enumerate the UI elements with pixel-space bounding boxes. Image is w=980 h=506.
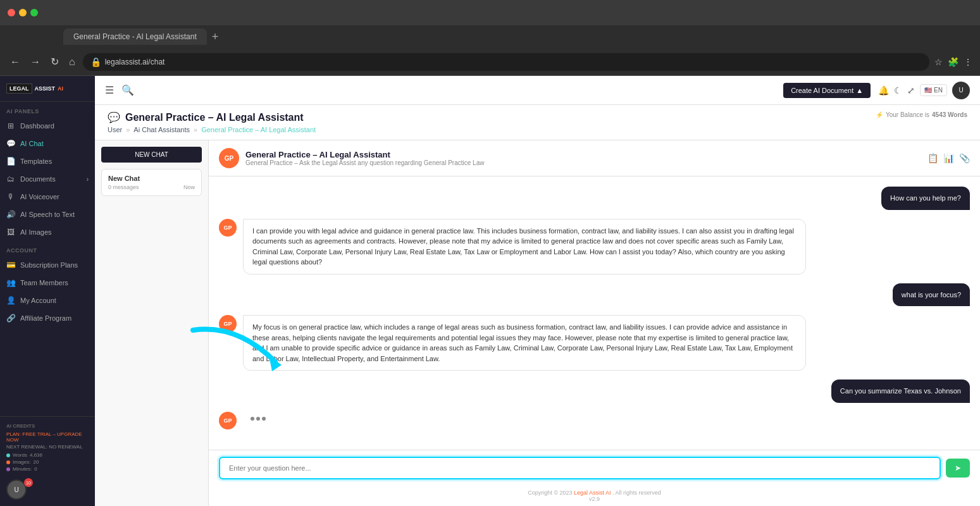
chat-attach-icon[interactable]: 📎 [959,153,970,163]
renewal-line: NEXT RENEWAL: NO RENEWAL [6,444,89,450]
create-btn-label: Create AI Document [791,87,853,94]
sidebar-item-affiliate[interactable]: 🔗 Affiliate Program [0,309,95,327]
sidebar-label-dashboard: Dashboard [20,122,54,130]
typing-indicator [243,412,273,426]
chat-header-info: General Practice – AI Legal Assistant Ge… [245,150,921,166]
chat-chart-icon[interactable]: 📊 [943,153,954,163]
breadcrumb-user[interactable]: User [108,126,122,133]
refresh-button[interactable]: ↻ [48,53,61,70]
home-button[interactable]: ⌂ [66,54,78,70]
breadcrumb-sep1: » [126,126,130,133]
images-value: 20 [33,459,39,465]
bookmark-icon[interactable]: ☆ [934,57,943,67]
account-label: ACCOUNT [0,241,95,256]
new-chat-button[interactable]: NEW CHAT [101,147,202,163]
documents-arrow: › [87,176,89,183]
breadcrumb-ai-chat[interactable]: Ai Chat Assistants [133,126,190,133]
main-content: ☰ 🔍 Create AI Document ▲ 🔔 ☾ ⤢ 🇺🇸 EN U [95,76,980,506]
menu-icon[interactable]: ⋮ [964,57,972,67]
extension-icon[interactable]: 🧩 [948,57,958,67]
chat-time: Now [183,184,195,190]
chat-container: NEW CHAT New Chat 0 messages Now GP Gene… [95,140,980,506]
bot-message-bubble: I can provide you with legal advice and … [243,219,806,275]
sidebar-item-speech[interactable]: 🔊 AI Speech to Text [0,206,95,223]
renewal-label: NEXT RENEWAL: [6,444,47,450]
footer-brand-link[interactable]: Legal Assist AI [574,490,611,496]
sidebar-item-ai-chat[interactable]: 💬 AI Chat [0,135,95,152]
sidebar-label-account: My Account [20,297,56,304]
sidebar-item-voiceover[interactable]: 🎙 AI Voiceover [0,188,95,206]
logo-assist: ASSIST [35,85,56,92]
subscription-icon: 💳 [6,261,15,269]
sidebar-item-images[interactable]: 🖼 AI Images [0,223,95,241]
footer-version: v2.9 [589,496,600,502]
theme-icon[interactable]: ☾ [894,85,902,96]
back-button[interactable]: ← [8,54,23,70]
sidebar: LEGAL ASSIST AI AI PANELS ⊞ Dashboard 💬 … [0,76,95,506]
sidebar-label-affiliate: Affiliate Program [20,314,71,322]
message-row: what is your focus? [219,283,970,307]
speech-icon: 🔊 [6,210,15,219]
words-label: Words [13,452,27,458]
message-row: Can you summarize Texas vs. Johnson [219,379,970,403]
words-dot [6,454,10,457]
send-button[interactable]: ➤ [946,459,970,478]
user-message-bubble: How can you help me? [881,187,970,210]
sidebar-label-ai-chat: AI Chat [20,140,44,147]
active-tab[interactable]: General Practice - AI Legal Assistant [63,28,207,45]
sidebar-item-dashboard[interactable]: ⊞ Dashboard [0,117,95,135]
chat-input-field[interactable] [219,457,941,479]
images-label: Images: [13,459,30,465]
minutes-credits-row: Minutes: 0 [6,466,89,472]
tab-label: General Practice - AI Legal Assistant [73,32,197,41]
address-bar-row: ← → ↻ ⌂ 🔒 legalassist.ai/chat ☆ 🧩 ⋮ [0,48,980,76]
user-avatar-header[interactable]: U [952,82,970,99]
address-field[interactable]: 🔒 legalassist.ai/chat [83,53,929,71]
maximize-button[interactable] [30,9,38,16]
user-message-bubble: Can you summarize Texas vs. Johnson [831,379,970,403]
account-icon: 👤 [6,296,15,305]
chat-footer: Copyright © 2023 Legal Assist AI . All r… [209,486,980,506]
credits-label: AI CREDITS [6,423,89,429]
chat-panel-header: GP General Practice – AI Legal Assistant… [209,140,980,176]
sidebar-bottom: AI CREDITS PLAN: FREE TRIAL – UPGRADE NO… [0,416,95,506]
chat-messages-count: 0 messages [108,184,139,190]
breadcrumb: User » Ai Chat Assistants » General Prac… [108,126,316,133]
team-icon: 👥 [6,278,15,287]
new-tab-button[interactable]: + [212,30,219,44]
sidebar-item-documents[interactable]: 🗂 Documents › [0,170,95,188]
search-toggle-icon[interactable]: 🔍 [121,84,134,96]
page-title: 💬 General Practice – AI Legal Assistant [108,111,316,123]
create-document-button[interactable]: Create AI Document ▲ [783,83,871,98]
bot-message-bubble: My focus is on general practice law, whi… [243,315,806,371]
chat-bot-avatar: GP [219,148,239,168]
dashboard-icon: ⊞ [6,121,15,130]
sidebar-item-subscription[interactable]: 💳 Subscription Plans [0,256,95,274]
expand-icon[interactable]: ⤢ [907,85,915,96]
chat-panel-subtitle: General Practice – Ask the Legal Assist … [245,159,921,166]
sidebar-item-team[interactable]: 👥 Team Members [0,274,95,292]
close-button[interactable] [8,9,15,16]
chat-messages-area: How can you help me? GP I can provide yo… [209,176,980,450]
sidebar-item-account[interactable]: 👤 My Account [0,292,95,309]
chat-list-item[interactable]: New Chat 0 messages Now [101,169,202,196]
create-btn-arrow: ▲ [856,87,863,94]
bell-icon[interactable]: 🔔 [878,85,889,96]
sidebar-label-team: Team Members [20,279,68,287]
logo-ai: AI [58,85,63,92]
bot-avatar-typing: GP [219,412,237,429]
menu-toggle-icon[interactable]: ☰ [105,84,114,96]
sidebar-label-subscription: Subscription Plans [20,261,78,269]
forward-button[interactable]: → [28,54,43,70]
chat-clipboard-icon[interactable]: 📋 [927,153,938,163]
avatar-initials: U [8,481,25,498]
minimize-button[interactable] [19,9,27,16]
chat-panel-title: General Practice – AI Legal Assistant [245,150,921,159]
bot-avatar: GP [219,219,237,237]
ai-panels-label: AI PANELS [0,102,95,117]
sidebar-label-documents: Documents [20,175,56,183]
chat-item-title: New Chat [108,175,195,182]
sidebar-item-templates[interactable]: 📄 Templates [0,152,95,170]
language-selector[interactable]: 🇺🇸 EN [920,84,947,96]
images-dot [6,460,10,464]
